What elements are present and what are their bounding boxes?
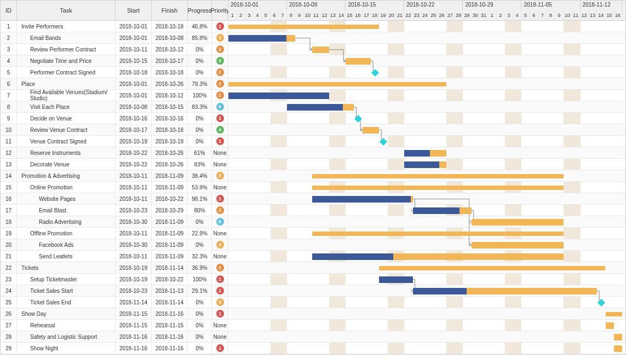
cell-task: Setup Ticketmaster: [17, 274, 116, 285]
gantt-bar[interactable]: [228, 82, 446, 86]
day-label: 8: [547, 10, 555, 20]
day-label: 26: [438, 10, 446, 20]
col-id[interactable]: ID: [1, 1, 17, 20]
table-row[interactable]: 15Online Promotion2018-10-112018-11-0953…: [1, 182, 228, 193]
gantt-bar[interactable]: [312, 174, 564, 178]
table-row[interactable]: 5Performer Contract Signed2018-10-182018…: [1, 67, 228, 78]
col-start[interactable]: Start: [116, 1, 152, 20]
priority-badge: 1: [216, 344, 224, 352]
col-finish[interactable]: Finish: [152, 1, 188, 20]
day-label: 19: [379, 10, 387, 20]
table-row[interactable]: 9Decide on Venue2018-10-162018-10-160%1: [1, 113, 228, 124]
cell-finish: 2018-10-16: [152, 113, 188, 124]
cell-finish: 2018-10-22: [152, 274, 188, 285]
milestone-marker[interactable]: [354, 114, 362, 122]
table-row[interactable]: 16Website Pages2018-10-112018-10-2298.1%…: [1, 193, 228, 205]
table-row[interactable]: 1Invite Performers2018-10-012018-10-1846…: [1, 21, 228, 32]
cell-priority: 2: [212, 78, 228, 89]
day-label: 12: [320, 10, 329, 20]
table-row[interactable]: 24Ticket Sales Start2018-10-232018-11-13…: [1, 285, 228, 297]
day-label: 20: [388, 10, 396, 20]
col-priority[interactable]: Priority: [212, 1, 228, 20]
table-row[interactable]: 19Offline Promotion2018-10-112018-11-092…: [1, 228, 228, 239]
day-label: 5: [521, 10, 530, 20]
timeline-panel[interactable]: 2018-10-012018-10-082018-10-152018-10-22…: [228, 1, 625, 354]
cell-task: Radio Advertising: [17, 216, 116, 227]
cell-id: 17: [1, 205, 17, 216]
gantt-bar[interactable]: [606, 322, 614, 329]
table-row[interactable]: 10Review Venue Contract2018-10-172018-10…: [1, 124, 228, 136]
table-row[interactable]: 26Show Day2018-11-152018-11-160%1: [1, 308, 228, 320]
timeline-row: [228, 251, 625, 262]
table-row[interactable]: 29Show Night2018-11-162018-11-160%1: [1, 343, 228, 354]
progress-bar: [312, 196, 411, 203]
timeline-row: [228, 285, 625, 297]
table-row[interactable]: 27Rehearsal2018-11-152018-11-150%None: [1, 320, 228, 331]
cell-id: 7: [1, 90, 17, 101]
cell-id: 13: [1, 159, 17, 170]
table-row[interactable]: 8Visit Each Place2018-10-082018-10-1583.…: [1, 101, 228, 113]
timeline-row: [228, 101, 625, 113]
milestone-marker[interactable]: [380, 137, 387, 145]
table-row[interactable]: 20Facebook Ads2018-10-302018-11-090%3: [1, 239, 228, 251]
table-row[interactable]: 22Tickets2018-10-192018-11-1436.9%2: [1, 262, 228, 274]
table-row[interactable]: 3Review Performer Contract2018-10-112018…: [1, 44, 228, 55]
table-row[interactable]: 23Setup Ticketmaster2018-10-192018-10-22…: [1, 274, 228, 285]
gantt-bar[interactable]: [312, 232, 564, 236]
day-label: 5: [262, 10, 270, 20]
cell-priority: None: [212, 228, 228, 239]
cell-start: 2018-10-16: [116, 113, 152, 124]
day-label: 3: [245, 10, 254, 20]
table-row[interactable]: 28Safety and Logistic Support2018-11-162…: [1, 331, 228, 343]
cell-progress: 0%: [188, 113, 212, 124]
gantt-bar[interactable]: [363, 127, 380, 134]
day-label: 6: [530, 10, 538, 20]
cell-id: 6: [1, 78, 17, 89]
cell-priority: 4: [212, 55, 228, 66]
col-task[interactable]: Task: [17, 1, 116, 20]
cell-task: Tickets: [17, 262, 116, 273]
milestone-marker[interactable]: [371, 68, 379, 76]
progress-bar: [287, 104, 343, 111]
gantt-bar[interactable]: [472, 242, 564, 249]
table-row[interactable]: 7Find Available Venues(Stadium/ Studio)2…: [1, 90, 228, 101]
gantt-bar[interactable]: [472, 219, 564, 226]
day-label: 8: [287, 10, 295, 20]
cell-priority: 3: [212, 239, 228, 250]
table-row[interactable]: 17Email Blast2018-10-232018-10-2980%2: [1, 205, 228, 216]
gantt-bar[interactable]: [606, 312, 623, 316]
table-row[interactable]: 11Venue Contract Signed2018-10-192018-10…: [1, 136, 228, 147]
table-row[interactable]: 25Ticket Sales End2018-11-142018-11-140%…: [1, 297, 228, 308]
table-row[interactable]: 6Place2018-10-012018-10-2679.3%2: [1, 78, 228, 90]
cell-progress: 38.4%: [188, 170, 212, 181]
gantt-bar[interactable]: [312, 47, 329, 53]
day-label: 10: [304, 10, 312, 20]
milestone-marker[interactable]: [598, 298, 605, 306]
table-row[interactable]: 4Negotiate Time and Price2018-10-152018-…: [1, 55, 228, 67]
gantt-bar[interactable]: [379, 266, 605, 270]
col-progress[interactable]: Progress: [188, 1, 212, 20]
cell-start: 2018-10-22: [116, 159, 152, 170]
cell-finish: 2018-10-08: [152, 32, 188, 43]
gantt-bar[interactable]: [346, 58, 371, 65]
cell-task: Invite Performers: [17, 21, 116, 32]
table-row[interactable]: 2Email Bands2018-10-012018-10-0885.8%3: [1, 32, 228, 44]
gantt-bar[interactable]: [228, 25, 379, 29]
gantt-bar[interactable]: [312, 186, 564, 190]
cell-progress: 61%: [188, 147, 212, 158]
day-label: 27: [446, 10, 455, 20]
table-row[interactable]: 14Promotion & Advertising2018-10-112018-…: [1, 170, 228, 182]
cell-priority: 1: [212, 21, 228, 32]
table-row[interactable]: 13Decorate Venue2018-10-222018-10-2683%N…: [1, 159, 228, 170]
cell-id: 16: [1, 193, 17, 204]
table-row[interactable]: 12Reserve Instruments2018-10-222018-10-2…: [1, 147, 228, 159]
progress-bar: [379, 276, 412, 283]
table-row[interactable]: 18Radio Advertising2018-10-302018-11-090…: [1, 216, 228, 228]
priority-badge: 1: [216, 114, 224, 122]
gantt-bar[interactable]: [614, 334, 622, 340]
cell-progress: 0%: [188, 124, 212, 135]
cell-finish: 2018-10-18: [152, 124, 188, 135]
gantt-bar[interactable]: [614, 345, 622, 352]
day-label: 18: [371, 10, 379, 20]
table-row[interactable]: 21Send Leatlets2018-10-112018-11-0932.3%…: [1, 251, 228, 262]
